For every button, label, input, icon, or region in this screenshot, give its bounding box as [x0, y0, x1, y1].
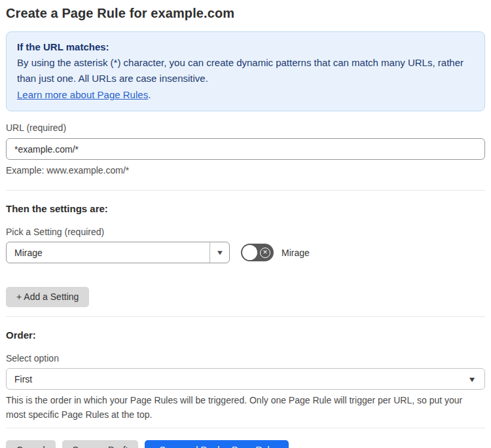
cancel-button[interactable]: Cancel	[6, 440, 56, 448]
add-setting-button[interactable]: + Add a Setting	[6, 287, 89, 307]
setting-select[interactable]: Mirage ▼	[6, 242, 230, 263]
toggle-off-x-icon: ✕	[260, 248, 270, 258]
footer-actions: Cancel Save as Draft Save and Deploy Pag…	[6, 440, 485, 448]
divider	[6, 190, 485, 191]
url-match-info-box: If the URL matches: By using the asteris…	[6, 31, 485, 111]
setting-select-value: Mirage	[7, 248, 209, 258]
link-suffix: .	[148, 89, 151, 100]
save-and-deploy-button[interactable]: Save and Deploy Page Rule	[145, 440, 289, 448]
toggle-setting-label: Mirage	[282, 248, 310, 258]
pick-setting-label: Pick a Setting (required)	[6, 225, 485, 238]
order-section-heading: Order:	[6, 329, 485, 342]
divider	[6, 428, 485, 428]
url-input[interactable]	[6, 138, 485, 160]
order-select[interactable]: First ▼	[6, 368, 485, 390]
order-helper-text: This is the order in which your Page Rul…	[6, 393, 477, 422]
learn-more-link[interactable]: Learn more about Page Rules	[17, 89, 148, 100]
setting-row: Mirage ▼ ✕ Mirage	[6, 242, 485, 263]
chevron-down-icon: ▼	[467, 375, 486, 383]
settings-section-heading: Then the settings are:	[6, 202, 485, 215]
order-select-label: Select option	[6, 352, 485, 365]
page-title: Create a Page Rule for example.com	[6, 4, 485, 22]
mirage-toggle[interactable]: ✕	[241, 244, 274, 261]
info-box-heading: If the URL matches:	[17, 39, 474, 55]
info-box-body: By using the asterisk (*) character, you…	[17, 55, 474, 86]
url-example-helper: Example: www.example.com/*	[6, 164, 485, 177]
save-as-draft-button[interactable]: Save as Draft	[62, 440, 139, 448]
divider	[6, 316, 485, 317]
order-select-value: First	[7, 374, 469, 384]
toggle-knob	[242, 245, 257, 260]
chevron-down-icon: ▼	[215, 249, 224, 256]
url-field-label: URL (required)	[6, 121, 485, 134]
info-link-line: Learn more about Page Rules.	[17, 86, 474, 103]
setting-select-arrow-cell[interactable]: ▼	[209, 242, 229, 263]
create-page-rule-form: Create a Page Rule for example.com If th…	[0, 0, 491, 448]
